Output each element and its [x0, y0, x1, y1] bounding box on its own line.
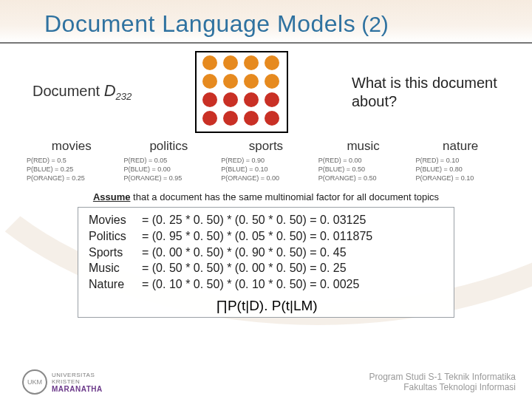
- slide: Document Language Models (2) Document D2…: [0, 0, 532, 399]
- prob-blue: P(BLUE) = 0.80: [415, 165, 505, 174]
- faculty-text: Program Studi S-1 Teknik Informatika Fak…: [369, 372, 516, 393]
- assume-rest: that a document has the same multinomial…: [130, 191, 439, 202]
- topic-column: natureP(RED) = 0.10P(BLUE) = 0.80P(ORANG…: [415, 139, 505, 183]
- calc-line: Movies= (0. 25 * 0. 50) * (0. 50 * 0. 50…: [89, 212, 445, 228]
- calc-key: Nature: [89, 276, 142, 293]
- calc-line: Sports= (0. 00 * 0. 50) * (0. 90 * 0. 50…: [89, 245, 445, 261]
- prob-orange: P(ORANGE) = 0.50: [318, 174, 409, 183]
- prob-orange: P(ORANGE) = 0.95: [124, 174, 214, 183]
- topic-column: moviesP(RED) = 0.5P(BLUE) = 0.25P(ORANGE…: [27, 139, 117, 183]
- calc-line: Nature= (0. 10 * 0. 50) * (0. 10 * 0. 50…: [89, 276, 445, 293]
- grid-dot: [223, 55, 238, 70]
- prob-orange: P(ORANGE) = 0.25: [27, 174, 117, 183]
- question-text: What is this document about?: [352, 74, 499, 111]
- logo-seal-icon: UKM: [22, 369, 47, 395]
- logo-line2: KRISTEN: [52, 378, 103, 385]
- calc-key: Sports: [89, 245, 142, 261]
- logo-line3: MARANATHA: [52, 385, 103, 393]
- footer: UKM UNIVERSITAS KRISTEN MARANATHA Progra…: [0, 369, 532, 395]
- title-sub: (2): [361, 12, 389, 37]
- grid-dot: [223, 74, 238, 89]
- calc-value: = (0. 25 * 0. 50) * (0. 50 * 0. 50) = 0.…: [142, 212, 366, 228]
- calc-value: = (0. 50 * 0. 50) * (0. 00 * 0. 50) = 0.…: [142, 260, 347, 276]
- topic-name: movies: [27, 139, 117, 154]
- grid-dot: [244, 111, 259, 126]
- prob-red: P(RED) = 0.10: [415, 156, 505, 165]
- prob-red: P(RED) = 0.05: [124, 156, 214, 165]
- dot-grid: [195, 51, 288, 133]
- topic-column: politicsP(RED) = 0.05P(BLUE) = 0.00P(ORA…: [124, 139, 214, 183]
- calc-line: Music= (0. 50 * 0. 50) * (0. 00 * 0. 50)…: [89, 260, 445, 276]
- topic-column: musicP(RED) = 0.00P(BLUE) = 0.50P(ORANGE…: [318, 139, 409, 183]
- grid-dot: [244, 55, 259, 70]
- calc-value: = (0. 95 * 0. 50) * (0. 05 * 0. 50) = 0.…: [142, 228, 372, 245]
- prob-blue: P(BLUE) = 0.10: [221, 165, 311, 174]
- grid-dot: [202, 55, 217, 70]
- calc-key: Politics: [89, 228, 142, 245]
- prob-red: P(RED) = 0.5: [27, 156, 117, 165]
- grid-dot: [265, 111, 279, 126]
- topic-name: sports: [221, 139, 311, 154]
- calc-key: Movies: [89, 212, 142, 228]
- topic-column: sportsP(RED) = 0.90P(BLUE) = 0.10P(ORANG…: [221, 139, 311, 183]
- grid-dot: [244, 74, 259, 89]
- program-line: Program Studi S-1 Teknik Informatika: [369, 372, 516, 382]
- grid-dot: [223, 92, 238, 107]
- prob-orange: P(ORANGE) = 0.00: [221, 174, 311, 183]
- calc-value: = (0. 00 * 0. 50) * (0. 90 * 0. 50) = 0.…: [142, 245, 347, 261]
- calc-line: Politics= (0. 95 * 0. 50) * (0. 05 * 0. …: [89, 228, 445, 245]
- topic-name: nature: [415, 139, 505, 154]
- faculty-line: Fakultas Teknologi Informasi: [369, 382, 516, 392]
- grid-dot: [265, 74, 279, 89]
- doc-subscript: 232: [116, 92, 132, 103]
- grid-dot: [244, 92, 259, 107]
- university-logo: UKM UNIVERSITAS KRISTEN MARANATHA: [22, 369, 103, 395]
- topic-name: politics: [124, 139, 214, 154]
- formula: ∏P(t|D). P(t|LM): [89, 298, 445, 314]
- grid-dot: [202, 74, 217, 89]
- prob-blue: P(BLUE) = 0.25: [27, 165, 117, 174]
- logo-line1: UNIVERSITAS: [52, 372, 103, 378]
- top-row: Document D232 What is this document abou…: [0, 47, 532, 134]
- prob-blue: P(BLUE) = 0.50: [318, 165, 409, 174]
- document-word: Document: [33, 83, 100, 99]
- calc-value: = (0. 10 * 0. 50) * (0. 10 * 0. 50) = 0.…: [142, 276, 359, 293]
- grid-dot: [202, 111, 217, 126]
- grid-dot: [202, 92, 217, 107]
- assumption-text: Assume that a document has the same mult…: [0, 191, 532, 202]
- title-main: Document Language Models: [44, 10, 355, 38]
- prob-red: P(RED) = 0.00: [318, 156, 409, 165]
- prob-orange: P(ORANGE) = 0.10: [415, 174, 505, 183]
- grid-dot: [265, 55, 279, 70]
- prob-blue: P(BLUE) = 0.00: [124, 165, 214, 174]
- prob-red: P(RED) = 0.90: [221, 156, 311, 165]
- grid-dot: [223, 111, 238, 126]
- document-label: Document D232: [33, 81, 132, 102]
- grid-dot: [265, 92, 279, 107]
- assume-underline: Assume: [93, 191, 131, 202]
- calc-key: Music: [89, 260, 142, 276]
- doc-letter: D: [104, 81, 116, 100]
- topic-name: music: [318, 139, 409, 154]
- calculation-box: Movies= (0. 25 * 0. 50) * (0. 50 * 0. 50…: [78, 207, 454, 318]
- slide-header: Document Language Models (2): [0, 0, 532, 44]
- topics-row: moviesP(RED) = 0.5P(BLUE) = 0.25P(ORANGE…: [0, 134, 532, 183]
